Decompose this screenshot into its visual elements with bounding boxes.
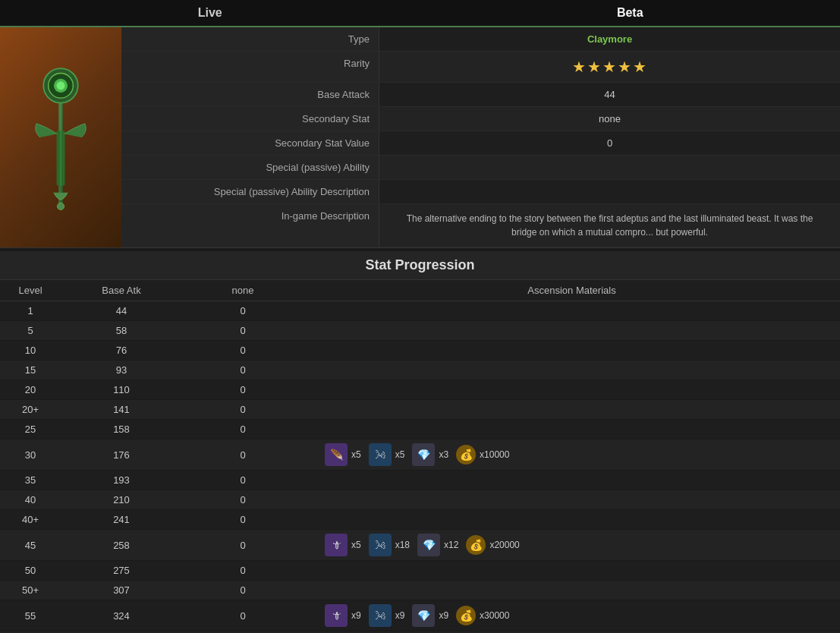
materials-cell [304, 420, 840, 439]
secondary-stat-val-row: Secondary Stat Value 0 [121, 131, 840, 156]
table-row: 10760 [0, 341, 840, 361]
table-header: Level Base Atk none Ascension Materials [0, 280, 840, 301]
material-qty: x9 [439, 610, 448, 621]
material-icon: 💎 [417, 534, 440, 556]
table-row: 402100 [0, 490, 840, 510]
secondary-stat-val-label: Secondary Stat Value [121, 131, 379, 155]
stat-section: Stat Progression Level Base Atk none Asc… [0, 251, 840, 633]
material-icon: 💎 [412, 443, 435, 466]
table-row: 251580 [0, 420, 840, 439]
materials-cell [304, 581, 840, 600]
special-desc-row: Special (passive) Ability Description [121, 180, 840, 204]
atk-cell: 141 [61, 400, 182, 420]
atk-cell: 93 [61, 361, 182, 380]
material-qty: x3 [439, 449, 448, 460]
material-qty: x30000 [480, 610, 509, 621]
table-row: 5580 [0, 321, 840, 341]
material-qty: x5 [351, 540, 361, 550]
material-qty: x5 [395, 449, 405, 460]
col-materials: Ascension Materials [304, 280, 840, 301]
stat-cell: 0 [182, 490, 304, 510]
level-cell: 20 [0, 380, 61, 400]
atk-cell: 241 [61, 510, 182, 530]
stat-cell: 0 [182, 471, 304, 490]
special-ability-row: Special (passive) Ability [121, 156, 840, 180]
level-cell: 1 [0, 301, 61, 321]
materials-cell [304, 510, 840, 530]
atk-cell: 258 [61, 530, 182, 561]
level-cell: 10 [0, 341, 61, 361]
tab-beta[interactable]: Beta [420, 0, 841, 26]
stat-cell: 0 [182, 301, 304, 321]
ingame-desc-label: In-game Description [121, 204, 379, 247]
stat-cell: 0 [182, 439, 304, 471]
atk-cell: 210 [61, 490, 182, 510]
stat-cell: 0 [182, 400, 304, 420]
atk-cell: 76 [61, 341, 182, 361]
materials-cell [304, 471, 840, 490]
table-row: 502750 [0, 561, 840, 581]
level-cell: 45 [0, 530, 61, 561]
rarity-label: Rarity [121, 52, 379, 82]
materials-cell [304, 361, 840, 380]
stat-cell: 0 [182, 561, 304, 581]
materials-cell: 🪶x5🌬x5💎x3💰x10000 [304, 439, 840, 471]
atk-cell: 158 [61, 420, 182, 439]
atk-cell: 324 [61, 600, 182, 631]
material-icon: 🗡 [325, 534, 348, 556]
type-value: Claymore [379, 27, 840, 51]
atk-cell: 58 [61, 321, 182, 341]
material-icon: 🗡 [325, 604, 348, 627]
level-cell: 35 [0, 471, 61, 490]
materials-cell: 🗡x9🌬x9💎x9💰x30000 [304, 600, 840, 631]
secondary-stat-label: Secondary Stat [121, 107, 379, 131]
stat-cell: 0 [182, 341, 304, 361]
secondary-stat-val-value: 0 [379, 131, 840, 155]
stat-progression-title: Stat Progression [0, 251, 840, 280]
special-desc-label: Special (passive) Ability Description [121, 180, 379, 203]
atk-cell: 44 [61, 301, 182, 321]
secondary-stat-value: none [379, 107, 840, 131]
atk-cell: 275 [61, 561, 182, 581]
material-icon: 🌬 [369, 604, 392, 627]
level-cell: 40 [0, 490, 61, 510]
level-cell: 50+ [0, 581, 61, 600]
materials-cell [304, 341, 840, 361]
level-cell: 5 [0, 321, 61, 341]
weapon-image-container [0, 27, 121, 247]
stat-progression-table: Level Base Atk none Ascension Materials … [0, 280, 840, 633]
special-desc-value [379, 180, 840, 203]
col-stat: none [182, 280, 304, 301]
material-icon: 💰 [456, 445, 476, 465]
materials-cell [304, 400, 840, 420]
table-row: 351930 [0, 471, 840, 490]
level-cell: 30 [0, 439, 61, 471]
atk-cell: 176 [61, 439, 182, 471]
base-attack-label: Base Attack [121, 83, 379, 106]
materials-cell [304, 490, 840, 510]
material-icon: 🪶 [325, 443, 348, 466]
base-attack-value: 44 [379, 83, 840, 106]
rarity-row: Rarity ★★★★★ [121, 52, 840, 83]
materials-cell [304, 561, 840, 581]
table-row: 50+3070 [0, 581, 840, 600]
level-cell: 50 [0, 561, 61, 581]
material-qty: x9 [351, 610, 361, 621]
col-base-atk: Base Atk [61, 280, 182, 301]
rarity-value: ★★★★★ [379, 52, 840, 82]
tab-live[interactable]: Live [0, 0, 420, 26]
atk-cell: 110 [61, 380, 182, 400]
col-level: Level [0, 280, 61, 301]
material-qty: x18 [395, 540, 410, 550]
special-ability-value [379, 156, 840, 179]
materials-cell [304, 321, 840, 341]
stat-cell: 0 [182, 380, 304, 400]
material-icon: 🌬 [369, 443, 392, 466]
level-cell: 55 [0, 600, 61, 631]
table-row: 452580🗡x5🌬x18💎x12💰x20000 [0, 530, 840, 561]
table-row: 40+2410 [0, 510, 840, 530]
info-table: Type Claymore Rarity ★★★★★ Base Attack 4… [121, 27, 840, 247]
material-qty: x10000 [480, 449, 509, 460]
material-icon: 🌬 [369, 534, 392, 556]
level-cell: 20+ [0, 400, 61, 420]
